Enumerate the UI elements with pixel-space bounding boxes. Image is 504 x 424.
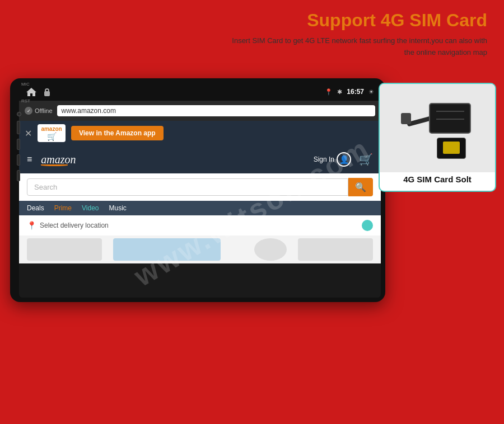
vol-up-button[interactable]	[17, 121, 20, 134]
time-display: 16:57	[347, 88, 364, 96]
product-round	[254, 238, 287, 261]
product-image-2	[113, 238, 221, 261]
url-bar[interactable]: www.amazon.com	[57, 105, 375, 116]
view-in-app-button[interactable]: View in the Amazon app	[71, 126, 164, 140]
subtitle: Insert SIM Card to get 4G LTE network fa…	[17, 35, 487, 59]
sim-chip	[443, 142, 460, 154]
hamburger-icon[interactable]: ≡	[27, 154, 32, 164]
main-title: Support 4G SIM Card	[17, 10, 487, 31]
mic-label: MIC	[21, 82, 30, 87]
close-button[interactable]: ✕	[25, 128, 32, 139]
amazon-right-icons: Sign In 👤 🛒	[314, 152, 373, 167]
brightness-icon: ☀	[368, 88, 374, 96]
teal-indicator	[362, 220, 373, 231]
stereo-device: MIC RST	[10, 78, 385, 302]
subtitle-line1: Insert SIM Card to get 4G LTE network fa…	[232, 36, 487, 45]
lock-icon	[44, 87, 50, 96]
nav-music[interactable]: Music	[109, 204, 127, 212]
subtitle-line2: the online navigation map	[404, 48, 487, 56]
product-image-3	[298, 238, 373, 261]
screen: 📍 ✱ 16:57 ☀ ✓ Offline www.amazon.com ✕ a…	[19, 83, 381, 298]
sign-in-button[interactable]: Sign In 👤	[314, 152, 351, 167]
sim-device-illustration	[401, 103, 474, 153]
browser-bar: ✓ Offline www.amazon.com	[19, 101, 381, 121]
home-button[interactable]	[17, 139, 20, 150]
nav-video[interactable]: Video	[82, 204, 99, 212]
top-section: Support 4G SIM Card Insert SIM Card to g…	[0, 0, 504, 64]
sim-slot-line	[436, 111, 464, 112]
sim-card-label: 4G SIM Card Solt	[403, 175, 472, 184]
cart-icon-main[interactable]: 🛒	[359, 153, 373, 166]
nav-deals[interactable]: Deals	[27, 204, 44, 212]
status-left	[26, 87, 50, 97]
back-button[interactable]	[17, 154, 20, 166]
search-button[interactable]: 🔍	[348, 178, 373, 196]
title-highlight: 4G SIM Card	[381, 10, 487, 30]
nav-prime[interactable]: Prime	[54, 204, 72, 212]
home-icon	[26, 87, 37, 97]
amazon-header: ≡ amazon Sign In 👤 🛒	[19, 145, 381, 173]
offline-badge: ✓ Offline	[25, 107, 53, 115]
search-bar-area: Search 🔍	[19, 173, 381, 201]
device-area: MIC RST	[10, 78, 391, 408]
amazon-banner-text: amazon	[41, 126, 62, 132]
product-strip	[19, 235, 381, 263]
sim-reader-device	[429, 103, 471, 134]
sim-slot-line2	[436, 119, 464, 120]
status-right: 📍 ✱ 16:57 ☀	[325, 88, 374, 96]
offline-text: Offline	[35, 107, 53, 114]
bluetooth-icon: ✱	[337, 88, 342, 96]
power-button[interactable]	[17, 112, 21, 116]
sim-connector	[401, 113, 411, 124]
vol-down-button[interactable]	[17, 170, 20, 181]
svg-rect-2	[45, 89, 49, 92]
title-prefix: Support	[307, 10, 381, 30]
sim-card-box: 4G SIM Card Solt	[379, 83, 496, 192]
delivery-text: Select delivery location	[40, 222, 109, 229]
delivery-location-icon: 📍	[27, 221, 36, 230]
search-input[interactable]: Search	[27, 178, 348, 196]
amazon-logo-main: amazon	[41, 153, 76, 166]
sim-card	[437, 138, 466, 159]
side-buttons	[17, 112, 21, 181]
amazon-banner: ✕ amazon 🛒 View in the Amazon app	[19, 121, 381, 145]
user-icon: 👤	[337, 152, 351, 167]
sign-in-text: Sign In	[314, 156, 334, 163]
status-bar: 📍 ✱ 16:57 ☀	[19, 83, 381, 101]
amazon-logo-area: ≡ amazon	[27, 153, 76, 166]
offline-circle: ✓	[25, 107, 32, 115]
delivery-bar[interactable]: 📍 Select delivery location	[19, 215, 381, 235]
delivery-left: 📍 Select delivery location	[27, 221, 109, 230]
sim-image-area	[380, 84, 495, 172]
amazon-logo-small: amazon 🛒	[38, 124, 66, 142]
rst-label: RST	[21, 98, 30, 103]
location-icon: 📍	[325, 88, 333, 96]
cart-icon-banner: 🛒	[47, 132, 57, 141]
nav-links: Deals Prime Video Music	[19, 201, 381, 215]
product-image-1	[27, 238, 102, 261]
amazon-logo-text: amazon	[41, 153, 76, 166]
svg-marker-0	[26, 88, 36, 96]
